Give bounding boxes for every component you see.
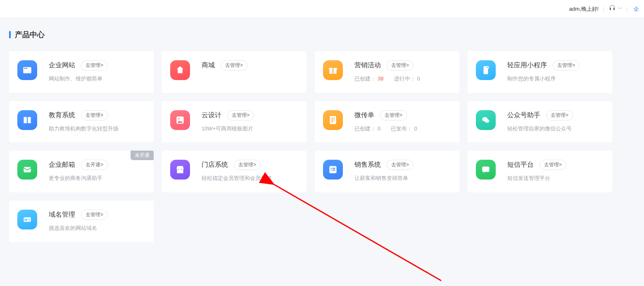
card-desc: 轻松搞定会员管理和会员营销: [202, 174, 298, 182]
card-desc: 挑选喜欢的网站域名: [49, 224, 145, 232]
card-title: 营销活动: [354, 61, 381, 70]
card-desc: 轻松管理自家的微信公众号: [507, 125, 604, 133]
message-icon: [476, 160, 496, 180]
svg-rect-12: [331, 119, 335, 120]
shopping-bag-icon: [170, 60, 190, 80]
manage-button[interactable]: 去管理>: [553, 60, 580, 71]
manage-button[interactable]: 去管理>: [81, 210, 108, 220]
card-desc: 10W+可商用模板图片: [202, 125, 298, 133]
stat-label: 已发布：: [391, 125, 412, 132]
card-sales[interactable]: 销售系统 去管理> 让获客和销售变得简单: [315, 151, 459, 192]
stat-value: 0: [414, 125, 417, 132]
card-title: 云设计: [202, 111, 221, 120]
manage-button[interactable]: 去管理>: [387, 160, 413, 170]
svg-point-9: [178, 118, 179, 119]
manage-button[interactable]: 去管理>: [539, 160, 566, 170]
card-title: 域名管理: [49, 210, 75, 219]
open-button[interactable]: 去开通>: [81, 160, 108, 170]
svg-rect-2: [26, 68, 27, 69]
manage-button[interactable]: 去管理>: [234, 160, 261, 170]
card-miniapp[interactable]: 轻应用小程序 去管理> 制作您的专属小程序: [468, 51, 612, 93]
svg-rect-20: [331, 170, 332, 170]
stat-value: 38: [378, 76, 383, 82]
svg-rect-16: [24, 167, 31, 173]
card-sms[interactable]: 短信平台 去管理> 短信发送管理平台: [468, 151, 612, 192]
card-stats: 已创建：38 进行中：0: [354, 75, 451, 83]
card-website[interactable]: 企业网站 去管理> 网站制作、维护都简单: [9, 51, 154, 93]
svg-rect-1: [24, 68, 25, 69]
svg-rect-13: [331, 121, 333, 122]
section-title-text: 产品中心: [15, 30, 45, 40]
support-dropdown[interactable]: ﹀: [608, 5, 623, 13]
card-title: 教育系统: [49, 111, 75, 120]
stat-label: 进行中：: [394, 76, 416, 82]
manage-button[interactable]: 去管理>: [227, 110, 254, 121]
card-desc: 网站制作、维护都简单: [49, 75, 145, 83]
card-title: 短信平台: [507, 161, 534, 169]
greeting-text: adm,晚上好!: [569, 5, 599, 13]
card-desc: 助力教培机构数字化转型升级: [49, 125, 145, 133]
card-mall[interactable]: 商城 去管理>: [162, 51, 307, 93]
unopened-badge: 未开通: [131, 151, 154, 160]
svg-rect-18: [331, 168, 332, 169]
card-store[interactable]: 门店系统 去管理> 轻松搞定会员管理和会员营销: [162, 151, 307, 192]
company-switch-link[interactable]: 企: [634, 5, 639, 13]
manage-button[interactable]: 去管理>: [81, 60, 108, 71]
card-domain[interactable]: W.≡ 域名管理 去管理> 挑选喜欢的网站域名: [9, 201, 154, 242]
card-title: 企业网站: [49, 61, 75, 70]
svg-rect-5: [333, 68, 333, 74]
card-flyer[interactable]: 微传单 去管理> 已创建：0 已发布：0: [315, 101, 459, 143]
store-icon: [170, 160, 190, 180]
page-content: 产品中心 企业网站 去管理> 网站制作、维护都简单 商城: [0, 18, 644, 258]
stat-value: 0: [378, 125, 380, 132]
phone-link-icon: [476, 60, 496, 80]
card-title: 公众号助手: [507, 111, 540, 120]
card-title: 销售系统: [354, 161, 381, 169]
svg-rect-11: [331, 118, 335, 118]
top-header: adm,晚上好! | ﹀ | 企: [0, 0, 644, 18]
card-title: 微传单: [354, 111, 374, 120]
separator: |: [627, 6, 628, 12]
product-grid: 企业网站 去管理> 网站制作、维护都简单 商城 去管理>: [9, 51, 635, 242]
card-desc: 更专业的商务沟通助手: [49, 174, 145, 182]
envelope-icon: [17, 160, 37, 180]
list-icon: [323, 160, 343, 180]
card-desc: 让获客和销售变得简单: [354, 174, 451, 182]
manage-button[interactable]: 去管理>: [81, 110, 108, 121]
card-stats: 已创建：0 已发布：0: [354, 125, 451, 133]
book-icon: [17, 110, 37, 130]
manage-button[interactable]: 去管理>: [387, 60, 413, 71]
svg-point-15: [485, 119, 490, 123]
manage-button[interactable]: 去管理>: [380, 110, 407, 121]
svg-text:W.≡: W.≡: [24, 218, 30, 222]
svg-rect-19: [333, 168, 335, 169]
card-title: 轻应用小程序: [507, 61, 547, 70]
card-desc: 短信发送管理平台: [507, 174, 604, 182]
separator: |: [603, 6, 604, 12]
document-icon: [323, 110, 343, 130]
svg-rect-21: [333, 170, 335, 170]
wechat-icon: [476, 110, 496, 130]
stat-label: 已创建：: [354, 125, 376, 132]
card-title: 商城: [202, 61, 215, 70]
headset-icon: [608, 5, 616, 13]
card-title: 企业邮箱: [49, 161, 75, 169]
svg-rect-22: [482, 166, 489, 172]
image-icon: [170, 110, 190, 130]
manage-button[interactable]: 去管理>: [546, 110, 573, 121]
card-mailbox[interactable]: 未开通 企业邮箱 去开通> 更专业的商务沟通助手: [9, 151, 154, 192]
card-desc: 制作您的专属小程序: [507, 75, 604, 83]
card-title: 门店系统: [202, 161, 228, 169]
stat-value: 0: [417, 76, 420, 82]
chevron-down-icon: ﹀: [618, 5, 623, 12]
section-title: 产品中心: [9, 30, 635, 40]
stat-label: 已创建：: [354, 76, 376, 82]
domain-icon: W.≡: [17, 210, 37, 229]
card-marketing[interactable]: 营销活动 去管理> 已创建：38 进行中：0: [315, 51, 459, 93]
card-wechat[interactable]: 公众号助手 去管理> 轻松管理自家的微信公众号: [468, 101, 612, 143]
window-icon: [17, 60, 37, 80]
card-education[interactable]: 教育系统 去管理> 助力教培机构数字化转型升级: [9, 101, 154, 143]
card-design[interactable]: 云设计 去管理> 10W+可商用模板图片: [162, 101, 307, 143]
manage-button[interactable]: 去管理>: [221, 60, 247, 71]
gift-icon: [323, 60, 343, 80]
